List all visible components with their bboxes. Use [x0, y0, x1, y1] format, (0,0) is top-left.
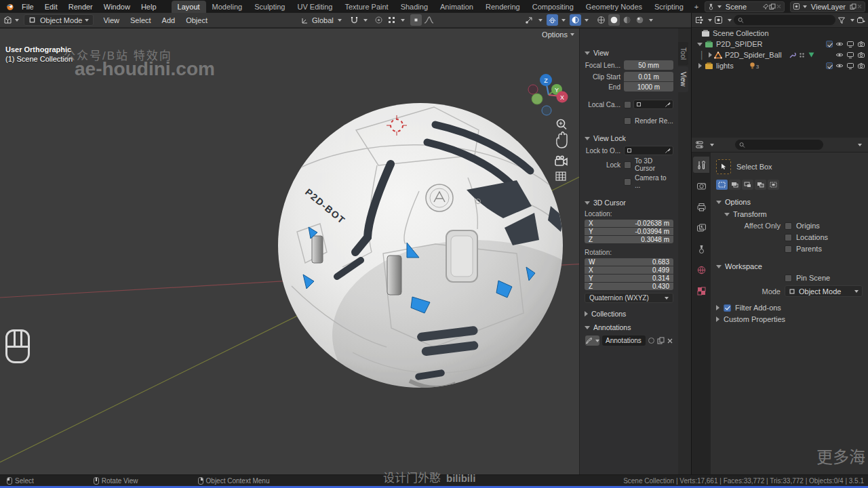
xray-toggle-icon[interactable] [570, 14, 581, 26]
annotation-layer-name[interactable]: Annotations [602, 336, 646, 346]
tab-modeling[interactable]: Modeling [206, 1, 249, 13]
outliner-editor-icon[interactable] [694, 16, 703, 24]
cursor-rot-z-field[interactable]: Z0.430 [585, 283, 673, 290]
tab-animation[interactable]: Animation [434, 1, 479, 13]
pin-icon[interactable] [762, 3, 769, 10]
outliner-search[interactable] [734, 15, 835, 25]
tab-uv-editing[interactable]: UV Editing [291, 1, 338, 13]
eyedropper-icon[interactable] [665, 102, 671, 108]
menu-window[interactable]: Window [98, 1, 136, 12]
display-mode-icon[interactable] [714, 16, 723, 24]
properties-search[interactable] [735, 140, 823, 150]
filter-addons-row[interactable]: Filter Add-ons [716, 304, 863, 312]
locations-checkbox[interactable] [785, 234, 792, 241]
3d-viewport[interactable]: P2D-BOT Z Y X [0, 28, 691, 474]
tab-texture-properties[interactable] [693, 283, 709, 299]
tab-tool-properties[interactable] [693, 157, 709, 173]
orientation-label[interactable]: Global [312, 16, 334, 24]
workspace-mode-dropdown[interactable]: Object Mode [785, 285, 863, 297]
lock-to-object-field[interactable] [624, 146, 673, 155]
focal-length-field[interactable]: 50 mm [624, 60, 673, 70]
outliner-row-p2d-spider[interactable]: P2D_SPIDER [692, 39, 868, 49]
cursor-loc-z-field[interactable]: Z0.3048 m [585, 236, 673, 243]
active-tool-row[interactable]: Select Box [716, 159, 863, 174]
properties-editor-icon[interactable] [695, 140, 704, 149]
parents-checkbox[interactable] [785, 245, 792, 253]
outliner-row-lights[interactable]: lights 3 [692, 60, 868, 71]
camera-to-view-checkbox[interactable] [624, 178, 631, 186]
outliner-row-p2d-spider-ball[interactable]: │ P2D_Spider_Ball [692, 49, 868, 60]
menu-edit[interactable]: Edit [39, 1, 63, 12]
viewlayer-selector[interactable]: ViewLayer [790, 1, 865, 12]
menu-help[interactable]: Help [136, 1, 162, 12]
proportional-editing-icon[interactable] [373, 14, 384, 26]
shading-material-icon[interactable] [621, 14, 633, 26]
menu-viewport-add[interactable]: Add [157, 16, 181, 24]
delete-scene-icon[interactable] [776, 3, 782, 9]
tab-render-properties[interactable] [693, 178, 709, 194]
tab-output-properties[interactable] [693, 199, 709, 215]
blender-logo-icon[interactable] [4, 1, 16, 12]
tab-scripting[interactable]: Scripting [648, 1, 690, 13]
tab-texture-paint[interactable]: Texture Paint [338, 1, 394, 13]
outliner-search-input[interactable] [747, 16, 831, 24]
viewport-disable-icon[interactable] [846, 40, 854, 48]
viewport-disable-icon[interactable] [846, 51, 854, 59]
select-mode-new[interactable] [716, 180, 728, 190]
filter-addons-checkbox[interactable] [724, 304, 731, 312]
gizmo-neg-x[interactable] [528, 85, 538, 94]
3d-cursor-section-header[interactable]: 3D Cursor [585, 199, 673, 207]
proportional-falloff-icon[interactable] [386, 14, 397, 26]
view-section-header[interactable]: View [585, 49, 673, 57]
annotation-color-icon[interactable] [648, 337, 655, 344]
eyedropper-icon[interactable] [665, 148, 671, 154]
collections-section-header[interactable]: Collections [585, 310, 673, 318]
select-mode-extend[interactable] [729, 180, 741, 190]
select-mode-invert[interactable] [755, 180, 766, 190]
ortho-grid-icon[interactable] [556, 172, 566, 180]
shading-solid-icon[interactable] [608, 14, 620, 26]
new-scene-icon[interactable] [769, 3, 776, 10]
collection-name[interactable]: P2D_SPIDER [716, 40, 762, 48]
properties-search-input[interactable] [748, 141, 819, 148]
camera-view-icon[interactable] [555, 156, 567, 165]
editor-divider[interactable] [691, 13, 692, 474]
expand-icon[interactable] [698, 63, 702, 68]
curve-falloff-icon[interactable] [423, 14, 435, 26]
pan-hand-icon[interactable] [557, 132, 567, 148]
menu-viewport-select[interactable]: Select [125, 16, 157, 24]
new-collection-icon[interactable] [856, 16, 865, 24]
view-lock-section-header[interactable]: View Lock [585, 134, 673, 142]
clip-start-field[interactable]: 0.01 m [624, 72, 673, 81]
cursor-loc-y-field[interactable]: Y-0.03994 m [585, 228, 673, 235]
shading-rendered-icon[interactable] [634, 14, 646, 26]
tab-world-properties[interactable] [693, 262, 709, 278]
viewport-options-button[interactable]: Options [542, 30, 574, 39]
object-name[interactable]: P2D_Spider_Ball [725, 51, 782, 59]
cursor-rot-w-field[interactable]: W0.683 [585, 258, 673, 266]
render-disable-icon[interactable] [857, 62, 865, 70]
shading-wireframe-icon[interactable] [595, 14, 607, 26]
expand-icon[interactable] [709, 52, 712, 58]
annotations-section-header[interactable]: Annotations [585, 323, 673, 331]
render-disable-icon[interactable] [857, 51, 865, 59]
show-overlays-icon[interactable] [547, 14, 558, 26]
render-region-checkbox[interactable] [624, 117, 631, 125]
tab-layout[interactable]: Layout [172, 1, 206, 13]
tab-scene-properties[interactable] [693, 241, 709, 257]
tab-sculpting[interactable]: Sculpting [248, 1, 291, 13]
tab-rendering[interactable]: Rendering [479, 1, 526, 13]
render-disable-icon[interactable] [857, 40, 865, 48]
filter-icon[interactable] [837, 16, 846, 24]
selectable-checkbox[interactable] [826, 62, 833, 69]
local-camera-object-field[interactable] [633, 100, 673, 109]
transform-section-header[interactable]: Transform [724, 210, 863, 218]
hide-eye-icon[interactable] [835, 40, 844, 48]
menu-viewport-object[interactable]: Object [180, 16, 213, 24]
gizmo-neg-y[interactable] [532, 94, 542, 104]
pin-scene-checkbox[interactable] [785, 274, 792, 282]
show-gizmo-icon[interactable] [524, 14, 535, 26]
custom-properties-row[interactable]: Custom Properties [716, 315, 863, 323]
cursor-loc-x-field[interactable]: X-0.02638 m [585, 220, 673, 227]
cursor-rot-y-field[interactable]: Y0.314 [585, 274, 673, 282]
